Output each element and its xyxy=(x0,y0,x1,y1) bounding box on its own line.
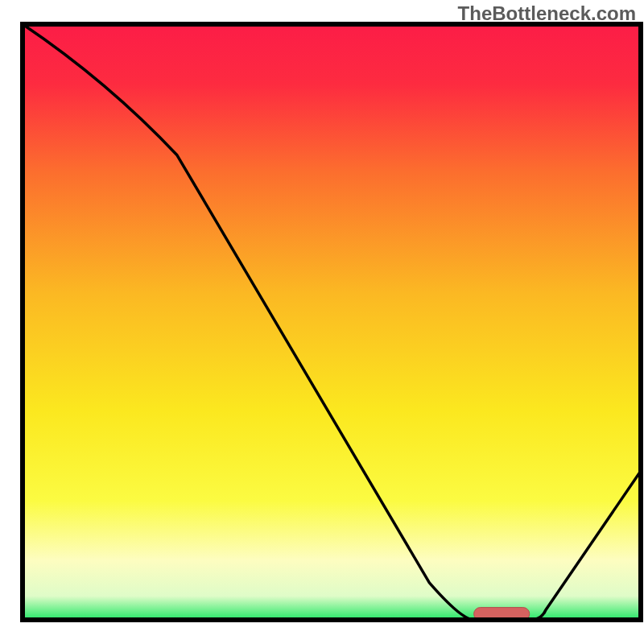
watermark-text: TheBottleneck.com xyxy=(458,2,636,25)
chart-svg xyxy=(0,0,644,644)
plot-background xyxy=(23,24,641,620)
bottleneck-chart: TheBottleneck.com xyxy=(0,0,644,644)
